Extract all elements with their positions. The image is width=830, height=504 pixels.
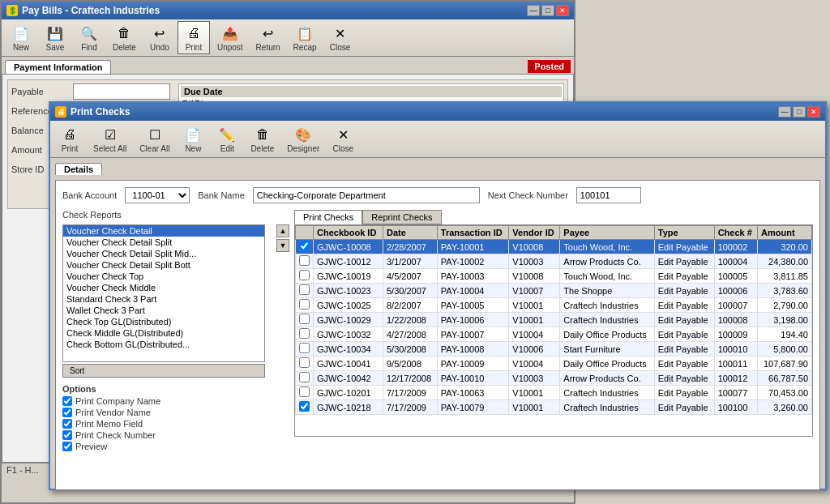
table-row[interactable]: GJWC-100258/2/2007PAY-10005V10001Craftec… <box>296 298 812 313</box>
dialog-close-toolbar-button[interactable]: ✕ Close <box>327 122 359 156</box>
dialog-delete-button[interactable]: 🗑 Delete <box>245 122 280 156</box>
bank-account-select[interactable]: 1100-01 <box>125 187 190 203</box>
toolbar-unpost[interactable]: 📤 Unpost <box>212 21 249 54</box>
minimize-button[interactable]: — <box>527 5 540 16</box>
row-checkbox-cell[interactable] <box>296 327 314 342</box>
payable-input[interactable] <box>73 83 170 100</box>
report-list-item[interactable]: Wallet Check 3 Part <box>63 305 264 316</box>
table-cell: 100004 <box>714 254 757 269</box>
dialog-close-button[interactable]: ✕ <box>807 106 820 117</box>
report-list-item[interactable]: Voucher Check Middle <box>63 282 264 293</box>
report-list-item[interactable]: Standard Check 3 Part <box>63 293 264 305</box>
toolbar-save[interactable]: 💾 Save <box>39 21 71 54</box>
checks-table-container[interactable]: Checkbook ID Date Transaction ID Vendor … <box>294 224 813 437</box>
row-checkbox[interactable] <box>299 270 310 280</box>
table-cell: 100010 <box>714 342 757 357</box>
reprint-checks-tab[interactable]: Reprint Checks <box>362 210 441 224</box>
table-cell: Daily Office Products <box>560 327 654 342</box>
row-checkbox-cell[interactable] <box>296 240 314 254</box>
dialog-clear-all-button[interactable]: ☐ Clear All <box>134 122 175 156</box>
report-list-item[interactable]: Voucher Check Top <box>63 271 264 282</box>
table-cell: Edit Payable <box>654 313 714 327</box>
print-checks-tab[interactable]: Print Checks <box>294 210 362 224</box>
dialog-app-icon: 🖨 <box>55 106 66 117</box>
row-checkbox[interactable] <box>299 343 310 353</box>
row-checkbox-cell[interactable] <box>296 269 314 284</box>
dialog-designer-button[interactable]: 🎨 Designer <box>281 122 325 156</box>
details-tab[interactable]: Details <box>55 163 102 175</box>
dialog-maximize-button[interactable]: □ <box>793 106 806 117</box>
row-checkbox[interactable] <box>299 241 310 251</box>
reports-list[interactable]: Voucher Check DetailVoucher Check Detail… <box>62 224 265 362</box>
table-cell: V10007 <box>509 284 560 298</box>
dialog-print-button[interactable]: 🖨 Print <box>53 122 86 156</box>
dialog-edit-button[interactable]: ✏️ Edit <box>211 122 243 156</box>
dialog-new-button[interactable]: 📄 New <box>177 122 209 156</box>
option-checkbox-preview[interactable] <box>62 442 72 451</box>
row-checkbox[interactable] <box>299 328 310 339</box>
table-row[interactable]: GJWC-100082/28/2007PAY-10001V10008Touch … <box>296 240 812 254</box>
scroll-up-button[interactable]: ▲ <box>276 224 289 237</box>
row-checkbox-cell[interactable] <box>296 400 314 415</box>
toolbar-print[interactable]: 🖨 Print <box>178 21 210 54</box>
maximize-button[interactable]: □ <box>541 5 554 16</box>
scroll-down-button[interactable]: ▼ <box>276 239 289 252</box>
row-checkbox[interactable] <box>299 284 310 295</box>
row-checkbox-cell[interactable] <box>296 254 314 269</box>
report-list-item[interactable]: Check Bottom GL(Distributed... <box>63 339 264 350</box>
report-list-item[interactable]: Voucher Check Detail Split Mid... <box>63 248 264 259</box>
row-checkbox[interactable] <box>299 401 310 412</box>
close-button[interactable]: ✕ <box>556 5 569 16</box>
bank-name-input[interactable] <box>253 187 480 203</box>
table-row[interactable]: GJWC-100291/22/2008PAY-10006V10001Crafte… <box>296 313 812 327</box>
report-list-item[interactable]: Voucher Check Detail Split <box>63 237 264 248</box>
table-row[interactable]: GJWC-100235/30/2007PAY-10004V10007The Sh… <box>296 284 812 298</box>
toolbar-recap[interactable]: 📋 Recap <box>288 21 323 54</box>
dialog-title-bar: 🖨 Print Checks — □ ✕ <box>50 103 825 121</box>
toolbar-new[interactable]: 📄 New <box>5 21 37 54</box>
row-checkbox-cell[interactable] <box>296 313 314 327</box>
option-checkbox-print-check-number[interactable] <box>62 430 72 440</box>
row-checkbox-cell[interactable] <box>296 357 314 371</box>
toolbar-find[interactable]: 🔍 Find <box>73 21 105 54</box>
table-row[interactable]: GJWC-1004212/17/2008PAY-10010V10003Arrow… <box>296 371 812 386</box>
option-checkbox-print-vendor-name[interactable] <box>62 408 72 417</box>
toolbar-close[interactable]: ✕ Close <box>324 21 357 54</box>
table-row[interactable]: GJWC-100324/27/2008PAY-10007V10004Daily … <box>296 327 812 342</box>
dialog-minimize-button[interactable]: — <box>778 106 791 117</box>
report-list-item[interactable]: Check Middle GL(Distributed) <box>63 327 264 339</box>
next-check-input[interactable] <box>576 187 641 203</box>
table-cell: PAY-10001 <box>437 240 509 254</box>
row-checkbox[interactable] <box>299 372 310 382</box>
option-checkbox-print-company-name[interactable] <box>62 396 72 406</box>
row-checkbox[interactable] <box>299 387 310 397</box>
row-checkbox[interactable] <box>299 299 310 310</box>
sort-button[interactable]: Sort <box>62 364 265 378</box>
report-list-item[interactable]: Voucher Check Detail Split Bott <box>63 259 264 271</box>
toolbar-delete[interactable]: 🗑 Delete <box>107 21 142 54</box>
report-list-item[interactable]: Check Top GL(Distributed) <box>63 316 264 327</box>
option-checkbox-print-memo-field[interactable] <box>62 419 72 429</box>
table-row[interactable]: GJWC-102017/17/2009PAY-10063V10001Crafte… <box>296 386 812 400</box>
row-checkbox-cell[interactable] <box>296 342 314 357</box>
table-cell: 100077 <box>714 386 757 400</box>
dialog-select-all-button[interactable]: ☑ Select All <box>88 122 132 156</box>
table-row[interactable]: GJWC-100123/1/2007PAY-10002V10003Arrow P… <box>296 254 812 269</box>
row-checkbox-cell[interactable] <box>296 386 314 400</box>
table-row[interactable]: GJWC-100194/5/2007PAY-10003V10008Touch W… <box>296 269 812 284</box>
payable-label: Payable <box>11 87 68 96</box>
table-row[interactable]: GJWC-102187/17/2009PAY-10079V10001Crafte… <box>296 400 812 415</box>
table-row[interactable]: GJWC-100419/5/2008PAY-10009V10004Daily O… <box>296 357 812 371</box>
row-checkbox[interactable] <box>299 255 310 266</box>
row-checkbox-cell[interactable] <box>296 298 314 313</box>
payment-information-tab[interactable]: Payment Information <box>5 60 111 74</box>
table-row[interactable]: GJWC-100345/30/2008PAY-10008V10006Start … <box>296 342 812 357</box>
table-cell: V10001 <box>509 313 560 327</box>
toolbar-undo[interactable]: ↩ Undo <box>143 21 176 54</box>
row-checkbox[interactable] <box>299 314 310 324</box>
toolbar-return[interactable]: ↩ Return <box>250 21 286 54</box>
row-checkbox-cell[interactable] <box>296 284 314 298</box>
row-checkbox-cell[interactable] <box>296 371 314 386</box>
row-checkbox[interactable] <box>299 357 310 368</box>
report-list-item[interactable]: Voucher Check Detail <box>63 225 264 237</box>
